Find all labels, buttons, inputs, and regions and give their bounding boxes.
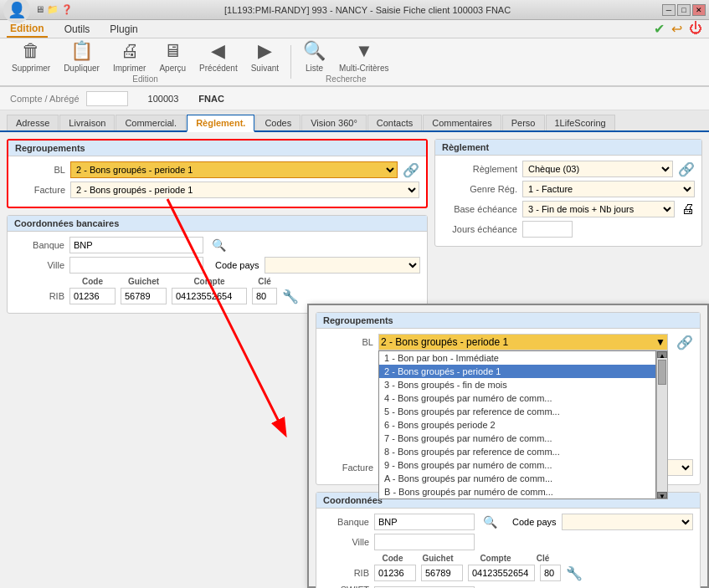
close-button[interactable]: ✕: [692, 4, 706, 16]
banque-input[interactable]: [69, 237, 203, 253]
dropdown-item-1[interactable]: 1 - Bon par bon - Immédiate: [379, 351, 655, 365]
jours-row: Jours échéance: [442, 221, 695, 238]
check-icon[interactable]: ✔: [654, 21, 665, 37]
toolbar-multicriteres[interactable]: ▼ Multi-Critères: [334, 40, 393, 73]
base-label: Base échéance: [442, 204, 517, 214]
dropdown-item-8[interactable]: 8 - Bons groupés par reference de comm..…: [379, 445, 655, 458]
menu-outils[interactable]: Outils: [61, 22, 94, 37]
popup-rib-guichet[interactable]: [421, 565, 463, 581]
genre-label: Genre Rég.: [442, 184, 517, 194]
dropdown-item-2[interactable]: 2 - Bons groupés - periode 1: [379, 365, 655, 378]
code-pays-select[interactable]: [265, 257, 420, 274]
popup-col-guichet: Guichet: [417, 554, 459, 563]
undo-icon[interactable]: ↩: [671, 21, 682, 37]
rib-compte-input[interactable]: [172, 288, 247, 304]
facture-row: Facture 2 - Bons groupés - periode 1: [15, 182, 419, 198]
toolbar-apercu[interactable]: 🖥 Aperçu: [154, 40, 191, 73]
dropdown-item-B[interactable]: B - Bons groupés par numéro de comm...: [379, 485, 655, 499]
popup-bl-link-icon[interactable]: 🔗: [676, 335, 693, 350]
rib-tool-icon[interactable]: 🔧: [282, 289, 299, 304]
ville-label: Ville: [14, 260, 64, 270]
popup-ville-input[interactable]: [374, 534, 475, 550]
delete-icon: 🗑: [22, 40, 40, 62]
search-icon: 🔍: [303, 40, 326, 62]
popup-rib-compte[interactable]: [468, 565, 535, 581]
tab-commentaires[interactable]: Commentaires: [423, 115, 501, 130]
facture-label: Facture: [15, 185, 65, 195]
toolbar-precedent[interactable]: ◀ Précédent: [194, 40, 243, 73]
banque-search-icon[interactable]: 🔍: [212, 238, 226, 252]
account-label: Compte / Abrégé: [10, 94, 80, 104]
popup-col-cle: Clé: [532, 554, 553, 563]
toolbar-imprimer[interactable]: 🖨 Imprimer: [108, 40, 151, 73]
scroll-thumb[interactable]: [658, 360, 666, 385]
dropdown-item-3[interactable]: 3 - Bons groupés - fin de mois: [379, 378, 655, 391]
dropdown-item-4[interactable]: 4 - Bons groupés par numéro de comm...: [379, 391, 655, 405]
jours-input[interactable]: [522, 221, 573, 238]
popup-overlay: Regroupements BL 2 - Bons groupés - peri…: [307, 304, 709, 588]
tab-codes[interactable]: Codes: [255, 115, 301, 130]
tab-reglement[interactable]: Règlement.: [187, 115, 254, 132]
popup-banque-input[interactable]: [374, 514, 475, 530]
base-select[interactable]: 3 - Fin de mois + Nb jours: [522, 201, 675, 217]
minimize-button[interactable]: ─: [662, 4, 676, 16]
col-cle: Clé: [252, 277, 277, 286]
facture-select[interactable]: 2 - Bons groupés - periode 1: [70, 182, 419, 198]
dropdown-item-6[interactable]: 6 - Bons groupés periode 2: [379, 418, 655, 432]
tab-lifescoring[interactable]: 1LifeScoring: [546, 115, 615, 130]
bl-link-icon[interactable]: 🔗: [403, 162, 419, 178]
popup-rib-code[interactable]: [374, 565, 416, 581]
toolbar-separator-1: [290, 45, 291, 79]
popup-rib-row: RIB 🔧: [323, 565, 693, 581]
col-code: Code: [69, 277, 116, 286]
scroll-up-btn[interactable]: ▲: [657, 351, 667, 358]
dupliquer-label: Dupliquer: [64, 64, 100, 73]
rib-cle-input[interactable]: [252, 288, 277, 304]
account-name: FNAC: [198, 94, 224, 104]
edition-section-label: Edition: [132, 74, 158, 84]
genre-select[interactable]: 1 - Facture: [522, 181, 695, 197]
popup-banque-search-icon[interactable]: 🔍: [483, 515, 497, 529]
tabs-bar: Adresse Livraison Commercial. Règlement.…: [0, 110, 709, 132]
bl-select[interactable]: 2 - Bons groupés - periode 1: [70, 161, 398, 178]
tab-contacts[interactable]: Contacts: [367, 115, 422, 130]
toolbar-supprimer[interactable]: 🗑 Supprimer: [7, 40, 55, 73]
menu-edition[interactable]: Edition: [7, 21, 48, 38]
tab-livraison[interactable]: Livraison: [59, 115, 115, 130]
tab-commercial[interactable]: Commercial.: [116, 115, 186, 130]
menu-bar: Edition Outils Plugin ✔ ↩ ⏻: [0, 20, 709, 38]
title-bar: 👤 🖥 📁 ❓ [1L193:PMI-RANDY] 993 - NANCY - …: [0, 0, 709, 20]
rib-code-input[interactable]: [69, 288, 116, 304]
dropdown-item-7[interactable]: 7 - Bons groupés par numéro de comm...: [379, 432, 655, 445]
dropdown-scrollbar[interactable]: ▲ ▼: [656, 350, 668, 499]
popup-dropdown-container: 1 - Bon par bon - Immédiate 2 - Bons gro…: [378, 350, 668, 499]
popup-bl-select[interactable]: 2 - Bons groupés - periode 1 ▼: [378, 334, 668, 350]
reglement-row: Règlement Chèque (03) 🔗: [442, 161, 695, 177]
base-icon[interactable]: 🖨: [681, 202, 695, 217]
ville-input[interactable]: [69, 257, 203, 274]
account-code-input[interactable]: [86, 91, 128, 106]
popup-rib-tool-icon[interactable]: 🔧: [566, 565, 583, 581]
popup-bl-row: BL 2 - Bons groupés - periode 1 ▼ 1 - Bo…: [323, 334, 693, 350]
menu-action-icons: ✔ ↩ ⏻: [654, 21, 702, 37]
popup-rib-cle[interactable]: [540, 565, 561, 581]
dropdown-item-A[interactable]: A - Bons groupés par numéro de comm...: [379, 472, 655, 485]
tab-vision360[interactable]: Vision 360°: [301, 115, 367, 130]
dropdown-item-5[interactable]: 5 - Bons groupés par reference de comm..…: [379, 405, 655, 418]
maximize-button[interactable]: □: [677, 4, 691, 16]
toolbar-dupliquer[interactable]: 📋 Dupliquer: [59, 40, 105, 73]
rib-guichet-input[interactable]: [121, 288, 167, 304]
menu-plugin[interactable]: Plugin: [106, 22, 141, 37]
reglement-select[interactable]: Chèque (03): [522, 161, 673, 177]
bl-label: BL: [15, 165, 65, 175]
scroll-down-btn[interactable]: ▼: [657, 492, 667, 499]
multicriteres-label: Multi-Critères: [339, 64, 388, 73]
toolbar-suivant[interactable]: ▶ Suivant: [246, 40, 284, 73]
power-icon[interactable]: ⏻: [689, 21, 702, 37]
dropdown-item-9[interactable]: 9 - Bons groupés par numéro de comm...: [379, 458, 655, 472]
tab-adresse[interactable]: Adresse: [7, 115, 59, 130]
tab-perso[interactable]: Perso: [502, 115, 545, 130]
toolbar-liste[interactable]: 🔍 Liste: [298, 40, 331, 73]
reglement-link-icon[interactable]: 🔗: [678, 161, 695, 177]
popup-code-pays-select[interactable]: [562, 514, 693, 530]
